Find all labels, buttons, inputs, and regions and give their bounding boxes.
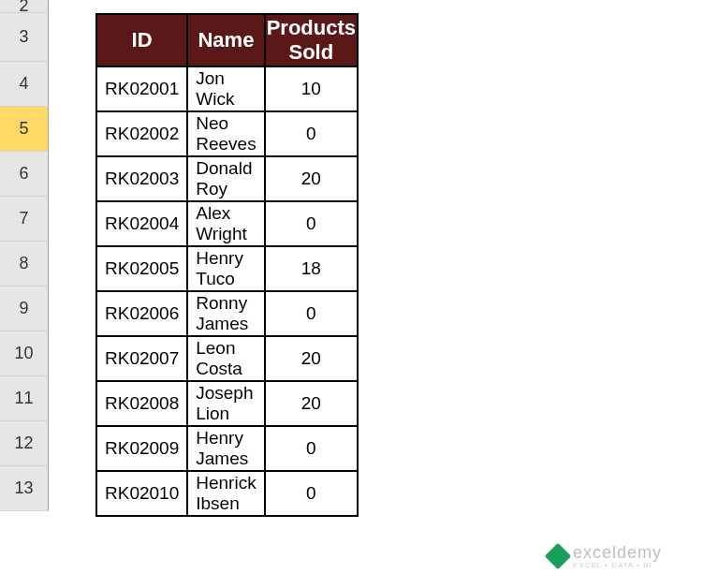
brand-name: exceldemy xyxy=(573,543,662,563)
cell-sold[interactable]: 20 xyxy=(265,156,358,201)
cell-name[interactable]: Henry James xyxy=(187,426,264,471)
cell-id[interactable]: RK02009 xyxy=(96,426,187,471)
row-header[interactable]: 13 xyxy=(0,466,49,511)
table-row: RK02008Joseph Lion20 xyxy=(96,381,358,426)
row-header[interactable]: 10 xyxy=(0,331,49,376)
cell-id[interactable]: RK02008 xyxy=(96,381,187,426)
table-row: RK02007Leon Costa20 xyxy=(96,336,358,381)
cell-sold[interactable]: 0 xyxy=(265,291,358,336)
header-name[interactable]: Name xyxy=(187,14,264,66)
watermark: exceldemy EXCEL • DATA • BI xyxy=(549,543,662,569)
row-header[interactable]: 4 xyxy=(0,62,49,107)
row-header-selected[interactable]: 5 xyxy=(0,107,49,152)
brand-tagline: EXCEL • DATA • BI xyxy=(573,561,662,569)
table-header-row: ID Name Products Sold xyxy=(96,14,358,66)
row-headers: 2 3 4 5 6 7 8 9 10 11 12 13 xyxy=(0,0,49,511)
cell-name[interactable]: Joseph Lion xyxy=(187,381,264,426)
cell-name[interactable]: Donald Roy xyxy=(187,156,264,201)
cell-sold[interactable]: 20 xyxy=(265,336,358,381)
cell-id[interactable]: RK02010 xyxy=(96,471,187,516)
row-header[interactable]: 7 xyxy=(0,197,49,242)
row-header[interactable]: 12 xyxy=(0,421,49,466)
header-sold[interactable]: Products Sold xyxy=(265,14,358,66)
cell-id[interactable]: RK02001 xyxy=(96,66,187,111)
row-header[interactable]: 11 xyxy=(0,376,49,421)
cell-id[interactable]: RK02002 xyxy=(96,111,187,156)
cell-sold[interactable]: 18 xyxy=(265,246,358,291)
table-row: RK02002Neo Reeves0 xyxy=(96,111,358,156)
cell-name[interactable]: Alex Wright xyxy=(187,201,264,246)
cell-name[interactable]: Neo Reeves xyxy=(187,111,264,156)
cell-id[interactable]: RK02005 xyxy=(96,246,187,291)
cell-name[interactable]: Ronny James xyxy=(187,291,264,336)
row-header[interactable]: 2 xyxy=(0,0,49,13)
brand-icon xyxy=(545,543,571,569)
cell-id[interactable]: RK02007 xyxy=(96,336,187,381)
cell-id[interactable]: RK02006 xyxy=(96,291,187,336)
cell-id[interactable]: RK02004 xyxy=(96,201,187,246)
cell-sold[interactable]: 0 xyxy=(265,201,358,246)
cell-name[interactable]: Jon Wick xyxy=(187,66,264,111)
cell-name[interactable]: Leon Costa xyxy=(187,336,264,381)
table-row: RK02009Henry James0 xyxy=(96,426,358,471)
table-row: RK02005Henry Tuco18 xyxy=(96,246,358,291)
table-row: RK02006Ronny James0 xyxy=(96,291,358,336)
row-header[interactable]: 3 xyxy=(0,13,49,62)
table-row: RK02001Jon Wick10 xyxy=(96,66,358,111)
cell-sold[interactable]: 0 xyxy=(265,426,358,471)
row-header[interactable]: 6 xyxy=(0,152,49,197)
table-row: RK02010Henrick Ibsen0 xyxy=(96,471,358,516)
table-row: RK02003Donald Roy20 xyxy=(96,156,358,201)
row-header[interactable]: 9 xyxy=(0,287,49,331)
header-id[interactable]: ID xyxy=(96,14,187,66)
data-table: ID Name Products Sold RK02001Jon Wick10R… xyxy=(95,13,359,517)
cell-name[interactable]: Henry Tuco xyxy=(187,246,264,291)
table-row: RK02004Alex Wright0 xyxy=(96,201,358,246)
row-header[interactable]: 8 xyxy=(0,242,49,287)
cell-sold[interactable]: 0 xyxy=(265,111,358,156)
cell-name[interactable]: Henrick Ibsen xyxy=(187,471,264,516)
cell-sold[interactable]: 10 xyxy=(265,66,358,111)
cell-sold[interactable]: 0 xyxy=(265,471,358,516)
cell-id[interactable]: RK02003 xyxy=(96,156,187,201)
cell-sold[interactable]: 20 xyxy=(265,381,358,426)
